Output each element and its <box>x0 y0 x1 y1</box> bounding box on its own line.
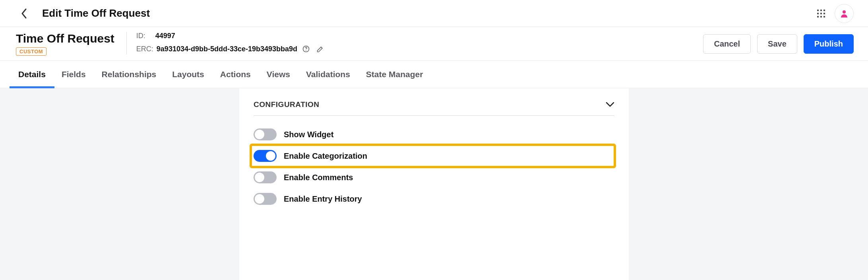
cancel-button[interactable]: Cancel <box>703 34 751 54</box>
svg-rect-2 <box>823 10 825 11</box>
svg-rect-0 <box>817 10 819 11</box>
toggle-label: Enable Entry History <box>284 194 362 204</box>
custom-badge: CUSTOM <box>16 47 46 56</box>
svg-rect-3 <box>817 13 819 14</box>
toggle-enable-comments[interactable] <box>254 171 277 183</box>
erc-label: ERC: <box>136 45 153 53</box>
section-title: CONFIGURATION <box>254 100 320 109</box>
apps-grid-icon <box>817 9 825 18</box>
apps-grid-button[interactable] <box>814 6 828 21</box>
erc-edit-button[interactable] <box>315 43 326 54</box>
user-avatar[interactable] <box>835 4 854 23</box>
topbar-right <box>814 4 854 23</box>
tab-validations[interactable]: Validations <box>306 61 350 88</box>
toggle-row-show-widget: Show Widget <box>254 124 614 145</box>
section-header[interactable]: CONFIGURATION <box>254 100 614 116</box>
svg-point-11 <box>306 50 306 51</box>
configuration-panel: CONFIGURATION Show Widget Enable Categor… <box>239 88 629 280</box>
chevron-down-icon <box>606 102 614 107</box>
id-value: 44997 <box>155 32 175 40</box>
entity-erc-row: ERC: 9a931034-d9bb-5ddd-33ce-19b3493bba9… <box>136 43 326 54</box>
page-title: Edit Time Off Request <box>42 7 150 19</box>
tabs-bar: Details Fields Relationships Layouts Act… <box>0 61 868 88</box>
erc-value: 9a931034-d9bb-5ddd-33ce-19b3493bba9d <box>157 45 297 53</box>
tab-views[interactable]: Views <box>267 61 290 88</box>
toggle-show-widget[interactable] <box>254 128 277 140</box>
entity-id-row: ID: 44997 <box>136 32 326 40</box>
entity-id-block: ID: 44997 ERC: 9a931034-d9bb-5ddd-33ce-1… <box>126 32 326 54</box>
toggle-enable-entry-history[interactable] <box>254 193 277 205</box>
svg-rect-7 <box>820 16 822 18</box>
tab-state-manager[interactable]: State Manager <box>366 61 423 88</box>
topbar-left: Edit Time Off Request <box>18 7 150 19</box>
entity-name: Time Off Request <box>16 32 114 45</box>
back-button[interactable] <box>18 8 30 19</box>
save-button[interactable]: Save <box>757 34 797 54</box>
svg-rect-5 <box>823 13 825 14</box>
toggle-knob <box>255 130 264 139</box>
toggle-row-enable-comments: Enable Comments <box>254 167 614 188</box>
entity-header-left: Time Off Request CUSTOM ID: 44997 ERC: 9… <box>16 32 326 56</box>
entity-header: Time Off Request CUSTOM ID: 44997 ERC: 9… <box>0 27 868 61</box>
toggle-knob <box>255 173 264 182</box>
toggle-knob <box>266 151 275 161</box>
svg-rect-6 <box>817 16 819 18</box>
tab-fields[interactable]: Fields <box>62 61 86 88</box>
toggle-label: Show Widget <box>284 130 333 139</box>
tab-details[interactable]: Details <box>18 61 46 88</box>
svg-rect-8 <box>823 16 825 18</box>
content-area: CONFIGURATION Show Widget Enable Categor… <box>0 88 868 280</box>
toggle-label: Enable Categorization <box>284 152 367 161</box>
tab-actions[interactable]: Actions <box>220 61 251 88</box>
tab-relationships[interactable]: Relationships <box>102 61 157 88</box>
toggle-knob <box>255 194 264 204</box>
toggle-row-enable-categorization: Enable Categorization <box>251 145 614 167</box>
section-collapse-toggle[interactable] <box>606 102 614 107</box>
chevron-left-icon <box>21 8 27 19</box>
toggle-row-enable-entry-history: Enable Entry History <box>254 188 614 210</box>
erc-help-button[interactable] <box>300 43 312 54</box>
tab-layouts[interactable]: Layouts <box>172 61 204 88</box>
svg-rect-1 <box>820 10 822 11</box>
id-label: ID: <box>136 32 152 40</box>
help-circle-icon <box>302 45 310 53</box>
svg-rect-4 <box>820 13 822 14</box>
svg-point-9 <box>843 10 846 14</box>
user-icon <box>839 9 849 18</box>
toggle-enable-categorization[interactable] <box>254 150 277 162</box>
toggle-label: Enable Comments <box>284 173 353 182</box>
topbar: Edit Time Off Request <box>0 0 868 27</box>
pencil-icon <box>316 45 324 53</box>
publish-button[interactable]: Publish <box>804 34 854 54</box>
entity-header-actions: Cancel Save Publish <box>703 34 854 54</box>
entity-block: Time Off Request CUSTOM <box>16 32 114 56</box>
